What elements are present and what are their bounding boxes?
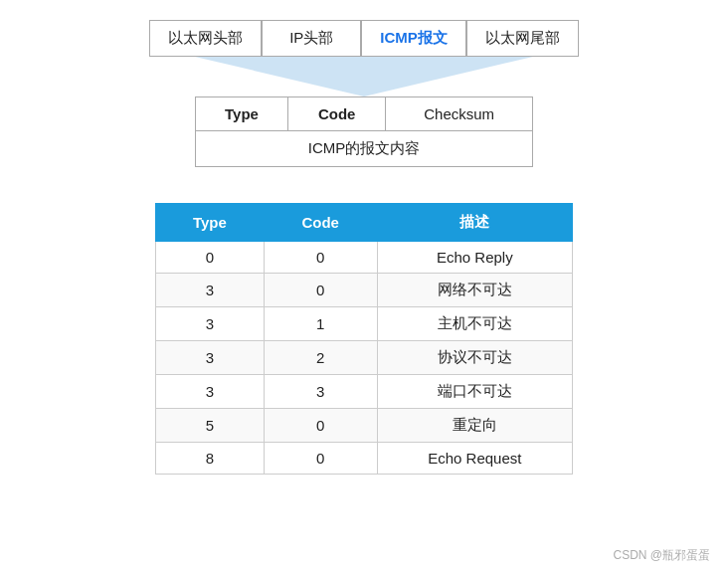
header-block: ICMP报文: [361, 20, 466, 57]
table-cell-desc: 主机不可达: [377, 307, 572, 341]
table-cell-code: 0: [264, 274, 377, 307]
icmp-table-header: Type: [156, 204, 265, 242]
table-cell-code: 0: [264, 443, 377, 475]
table-cell-type: 3: [156, 341, 265, 375]
table-cell-type: 3: [156, 274, 265, 307]
struct-type-header: Type: [196, 97, 288, 131]
table-row: 50重定向: [156, 409, 573, 443]
struct-content-row: ICMP的报文内容: [196, 131, 533, 167]
table-cell-desc: 协议不可达: [377, 341, 572, 375]
struct-code-header: Code: [288, 97, 386, 131]
main-content: 以太网头部IP头部ICMP报文以太网尾部 Type Code Checksum …: [30, 20, 698, 475]
funnel-icon: [195, 57, 533, 96]
table-cell-desc: Echo Reply: [377, 242, 572, 274]
table-cell-code: 2: [264, 341, 377, 375]
table-cell-code: 0: [264, 409, 377, 443]
icmp-data-table: TypeCode描述00Echo Reply30网络不可达31主机不可达32协议…: [155, 203, 573, 475]
table-cell-desc: 网络不可达: [377, 274, 572, 307]
watermark: CSDN @瓶邪蛋蛋: [613, 547, 710, 564]
table-row: 30网络不可达: [156, 274, 573, 307]
table-row: 31主机不可达: [156, 307, 573, 341]
header-block: 以太网尾部: [466, 20, 579, 57]
icmp-table-header: 描述: [377, 204, 572, 242]
table-row: 00Echo Reply: [156, 242, 573, 274]
table-row: 32协议不可达: [156, 341, 573, 375]
table-cell-type: 0: [156, 242, 265, 274]
table-cell-code: 0: [264, 242, 377, 274]
table-row: 33端口不可达: [156, 375, 573, 409]
table-cell-desc: 端口不可达: [377, 375, 572, 409]
icmp-struct-table: Type Code Checksum ICMP的报文内容: [195, 96, 533, 167]
table-cell-type: 3: [156, 375, 265, 409]
ethernet-header-bar: 以太网头部IP头部ICMP报文以太网尾部: [30, 20, 698, 57]
table-cell-code: 3: [264, 375, 377, 409]
table-cell-desc: Echo Request: [377, 443, 572, 475]
funnel-shape-container: [195, 57, 533, 96]
table-cell-type: 3: [156, 307, 265, 341]
table-cell-type: 8: [156, 443, 265, 475]
table-cell-type: 5: [156, 409, 265, 443]
table-cell-desc: 重定向: [377, 409, 572, 443]
icmp-table-header: Code: [264, 204, 377, 242]
header-block: 以太网头部: [149, 20, 262, 57]
table-cell-code: 1: [264, 307, 377, 341]
header-block: IP头部: [262, 20, 361, 57]
struct-checksum-header: Checksum: [386, 97, 533, 131]
table-row: 80Echo Request: [156, 443, 573, 475]
